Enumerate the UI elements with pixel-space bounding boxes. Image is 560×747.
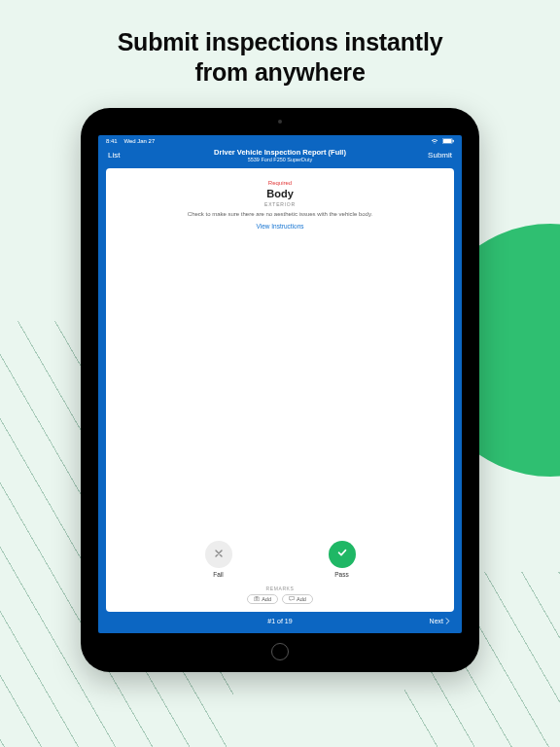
content-spacer: [118, 230, 442, 541]
next-label: Next: [430, 618, 443, 624]
pass-option[interactable]: Pass: [329, 541, 356, 578]
nav-bar: List Driver Vehicle Inspection Report (F…: [98, 146, 462, 168]
item-title: Body: [118, 188, 442, 199]
remarks-section: REMARKS Add Add: [118, 586, 442, 604]
pass-label: Pass: [334, 571, 348, 578]
nav-center: Driver Vehicle Inspection Report (Full) …: [147, 148, 413, 162]
marketing-headline: Submit inspections instantly from anywhe…: [0, 0, 560, 108]
required-badge: Required: [118, 180, 442, 186]
progress-indicator: #1 of 19: [149, 618, 411, 624]
pass-fail-row: Fail Pass: [118, 541, 442, 584]
add-remark-button[interactable]: Add: [282, 594, 313, 604]
item-description: Check to make sure there are no aestheti…: [118, 211, 442, 217]
remarks-row: Add Add: [118, 594, 442, 604]
nav-title: Driver Vehicle Inspection Report (Full): [147, 148, 413, 157]
submit-button[interactable]: Submit: [413, 151, 452, 160]
status-date: Wed Jan 27: [123, 138, 155, 144]
tablet-camera: [278, 120, 282, 124]
battery-icon: [442, 138, 454, 145]
tablet-screen: 8:41 Wed Jan 27 List Driver Vehicle Insp…: [98, 135, 462, 633]
status-bar: 8:41 Wed Jan 27: [98, 135, 462, 146]
camera-icon: [254, 596, 260, 602]
chevron-right-icon: [445, 618, 450, 625]
wifi-icon: [431, 138, 438, 145]
tablet-home-button: [271, 643, 289, 660]
back-button[interactable]: List: [108, 151, 147, 160]
comment-icon: [289, 596, 295, 602]
status-right: [431, 138, 454, 145]
next-button[interactable]: Next: [411, 618, 450, 625]
inspection-card: Required Body EXTERIOR Check to make sur…: [106, 168, 454, 612]
add-photo-button[interactable]: Add: [247, 594, 278, 604]
svg-point-4: [256, 597, 258, 599]
svg-rect-1: [443, 139, 452, 143]
headline-line1: Submit inspections instantly: [29, 27, 531, 57]
item-category: EXTERIOR: [118, 201, 442, 207]
pass-circle[interactable]: [329, 541, 356, 568]
close-icon: [214, 548, 224, 561]
headline-line2: from anywhere: [29, 57, 531, 88]
status-time: 8:41: [106, 138, 118, 144]
remarks-label: REMARKS: [118, 586, 442, 591]
fail-circle[interactable]: [205, 541, 232, 568]
add-photo-label: Add: [262, 596, 271, 602]
footer-bar: #1 of 19 Next: [98, 612, 462, 633]
svg-rect-3: [254, 597, 260, 601]
svg-rect-2: [453, 139, 454, 142]
tablet-device-frame: 8:41 Wed Jan 27 List Driver Vehicle Insp…: [81, 108, 479, 672]
status-left: 8:41 Wed Jan 27: [106, 138, 155, 144]
fail-label: Fail: [213, 571, 223, 578]
view-instructions-link[interactable]: View Instructions: [118, 223, 442, 230]
check-icon: [336, 547, 348, 561]
nav-subtitle: 5539 Ford F250 SuperDuty: [147, 157, 413, 162]
fail-option[interactable]: Fail: [205, 541, 232, 578]
add-remark-label: Add: [297, 596, 306, 602]
